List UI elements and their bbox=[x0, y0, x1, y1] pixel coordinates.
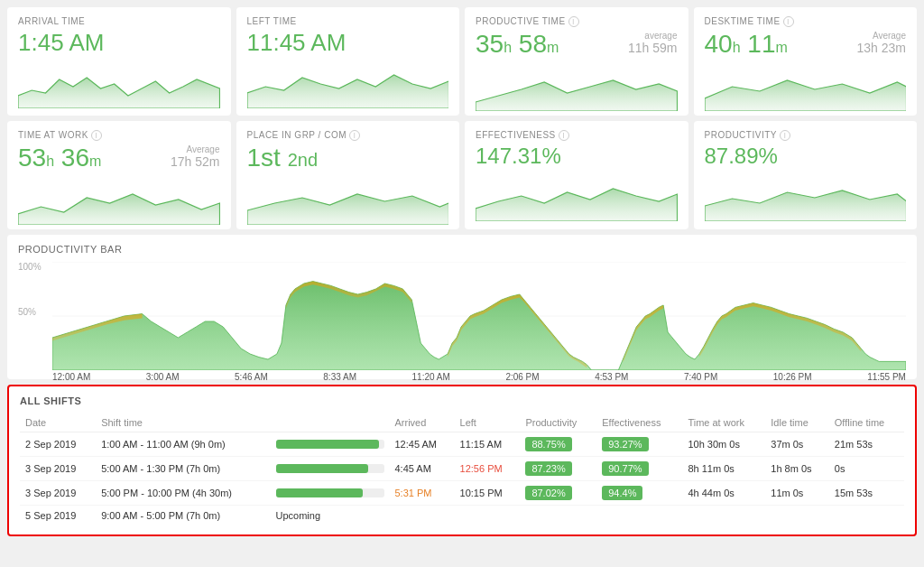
table-row: 3 Sep 20195:00 AM - 1:30 PM (7h 0m) 4:45… bbox=[20, 457, 904, 481]
time-at-work-chart bbox=[18, 178, 220, 225]
cell-arrived: 5:31 PM bbox=[390, 481, 455, 506]
dashboard: ARRIVAL TIME 1:45 AM LEFT TIME 11:45 AM bbox=[0, 0, 924, 544]
productivity-bar-section: PRODUCTIVITY BAR 100% 50% bbox=[7, 235, 917, 379]
svg-marker-1 bbox=[247, 75, 449, 108]
svg-marker-4 bbox=[18, 194, 220, 225]
svg-marker-11 bbox=[52, 282, 906, 370]
effectiveness-card: EFFECTIVENESSi 147.31% bbox=[465, 121, 688, 229]
svg-marker-0 bbox=[18, 78, 220, 108]
x-label-2: 5:46 AM bbox=[235, 372, 268, 382]
cell-offline-time: 0s bbox=[829, 457, 904, 481]
col-shift-time: Shift time bbox=[96, 414, 270, 432]
cell-arrived bbox=[390, 506, 455, 526]
svg-marker-7 bbox=[705, 191, 907, 221]
cell-idle-time: 11m 0s bbox=[765, 481, 829, 506]
col-idle-time: Idle time bbox=[765, 414, 829, 432]
effectiveness-badge: 93.27% bbox=[602, 437, 648, 451]
arrival-time-chart bbox=[18, 61, 220, 108]
cell-left: 10:15 PM bbox=[455, 481, 521, 506]
place-in-grp-card: PLACE IN GRP / COMi 1st 2nd bbox=[236, 121, 460, 229]
productive-time-chart bbox=[476, 64, 678, 111]
productivity-chart bbox=[705, 174, 907, 221]
cell-effectiveness bbox=[596, 506, 682, 526]
svg-marker-3 bbox=[705, 80, 907, 111]
place-in-grp-label: PLACE IN GRP / COMi bbox=[247, 130, 449, 141]
effectiveness-badge: 90.77% bbox=[602, 461, 648, 476]
productivity-label: PRODUCTIVITYi bbox=[705, 130, 907, 141]
cell-progress bbox=[271, 481, 390, 506]
productive-time-avg: average 11h 59m bbox=[628, 31, 677, 55]
time-at-work-value: 53h 36m bbox=[18, 144, 101, 172]
cell-progress bbox=[271, 457, 390, 481]
productivity-badge: 87.02% bbox=[525, 486, 571, 500]
cell-time-at-work: 10h 30m 0s bbox=[682, 432, 765, 457]
desktime-time-card: DESKTIME TIMEi 40h 11m Average 13h 23m bbox=[694, 7, 918, 116]
col-progress bbox=[271, 414, 390, 432]
time-at-work-avg-value: 17h 52m bbox=[171, 154, 219, 169]
productivity-card: PRODUCTIVITYi 87.89% bbox=[694, 121, 918, 229]
x-label-0: 12:00 AM bbox=[52, 372, 90, 382]
bar-chart-inner bbox=[52, 262, 906, 370]
cell-progress: Upcoming bbox=[271, 506, 390, 526]
bottom-metric-cards: TIME AT WORKi 53h 36m Average 17h 52m bbox=[7, 121, 917, 229]
place-in-grp-value: 1st 2nd bbox=[247, 144, 449, 172]
productivity-badge: 88.75% bbox=[525, 437, 571, 451]
time-at-work-avg-label: Average bbox=[171, 144, 219, 154]
shifts-header-row: Date Shift time Arrived Left Productivit… bbox=[20, 414, 904, 432]
time-at-work-card: TIME AT WORKi 53h 36m Average 17h 52m bbox=[7, 121, 231, 229]
x-label-3: 8:33 AM bbox=[323, 372, 356, 382]
progress-bar-outer bbox=[276, 440, 384, 449]
table-row: 3 Sep 20195:00 PM - 10:00 PM (4h 30m) 5:… bbox=[20, 481, 904, 506]
productive-time-card: PRODUCTIVE TIMEi 35h 58m average 11h 59m bbox=[465, 7, 688, 116]
effectiveness-value: 147.31% bbox=[476, 144, 678, 168]
productivity-info-icon: i bbox=[780, 130, 790, 141]
time-at-work-info-icon: i bbox=[91, 130, 102, 141]
cell-productivity: 88.75% bbox=[520, 432, 596, 457]
cell-left: 11:15 AM bbox=[455, 432, 521, 457]
y-axis-labels: 100% 50% bbox=[18, 262, 42, 370]
desktime-time-value: 40h 11m bbox=[705, 31, 788, 59]
col-offline-time: Offline time bbox=[829, 414, 904, 432]
table-row: 2 Sep 20191:00 AM - 11:00 AM (9h 0m) 12:… bbox=[20, 432, 904, 457]
y-label-50: 50% bbox=[18, 307, 42, 317]
shifts-title: ALL SHIFTS bbox=[20, 395, 904, 406]
desktime-avg-value: 13h 23m bbox=[857, 41, 906, 55]
x-label-7: 7:40 PM bbox=[684, 372, 717, 382]
desktime-avg-label: Average bbox=[857, 31, 906, 41]
cell-offline-time bbox=[829, 506, 904, 526]
productive-time-value: 35h 58m bbox=[476, 31, 559, 59]
desktime-time-info-icon: i bbox=[783, 16, 794, 27]
cell-time-at-work: 4h 44m 0s bbox=[682, 481, 765, 506]
cell-progress bbox=[271, 432, 390, 457]
table-row: 5 Sep 20199:00 AM - 5:00 PM (7h 0m)Upcom… bbox=[20, 506, 904, 526]
desktime-time-chart bbox=[705, 64, 907, 111]
productivity-value: 87.89% bbox=[705, 144, 907, 168]
progress-bar-outer bbox=[276, 464, 384, 473]
x-axis-labels: 12:00 AM 3:00 AM 5:46 AM 8:33 AM 11:20 A… bbox=[52, 372, 906, 382]
cell-date: 5 Sep 2019 bbox=[20, 506, 96, 526]
y-label-100: 100% bbox=[18, 262, 42, 272]
shifts-section: ALL SHIFTS Date Shift time Arrived Left … bbox=[7, 385, 917, 536]
effectiveness-info-icon: i bbox=[559, 130, 569, 141]
cell-date: 2 Sep 2019 bbox=[20, 432, 96, 457]
cell-offline-time: 15m 53s bbox=[829, 481, 904, 506]
top-metric-cards: ARRIVAL TIME 1:45 AM LEFT TIME 11:45 AM bbox=[7, 7, 917, 116]
svg-marker-5 bbox=[247, 194, 449, 225]
x-label-6: 4:53 PM bbox=[595, 372, 628, 382]
cell-arrived: 12:45 AM bbox=[390, 432, 455, 457]
cell-productivity bbox=[520, 506, 596, 526]
col-left: Left bbox=[455, 414, 521, 432]
progress-bar-outer bbox=[276, 488, 384, 497]
col-arrived: Arrived bbox=[390, 414, 455, 432]
cell-effectiveness: 93.27% bbox=[596, 432, 682, 457]
productivity-bar-chart: 100% 50% bbox=[18, 262, 906, 370]
x-label-5: 2:06 PM bbox=[505, 372, 539, 382]
x-label-9: 11:55 PM bbox=[867, 372, 906, 382]
cell-shift-time: 5:00 PM - 10:00 PM (4h 30m) bbox=[96, 481, 270, 506]
cell-shift-time: 5:00 AM - 1:30 PM (7h 0m) bbox=[96, 457, 270, 481]
arrival-time-card: ARRIVAL TIME 1:45 AM bbox=[7, 7, 231, 116]
time-at-work-label: TIME AT WORKi bbox=[18, 130, 220, 141]
col-time-at-work: Time at work bbox=[682, 414, 765, 432]
left-time-label: LEFT TIME bbox=[247, 16, 449, 26]
cell-left bbox=[455, 506, 521, 526]
